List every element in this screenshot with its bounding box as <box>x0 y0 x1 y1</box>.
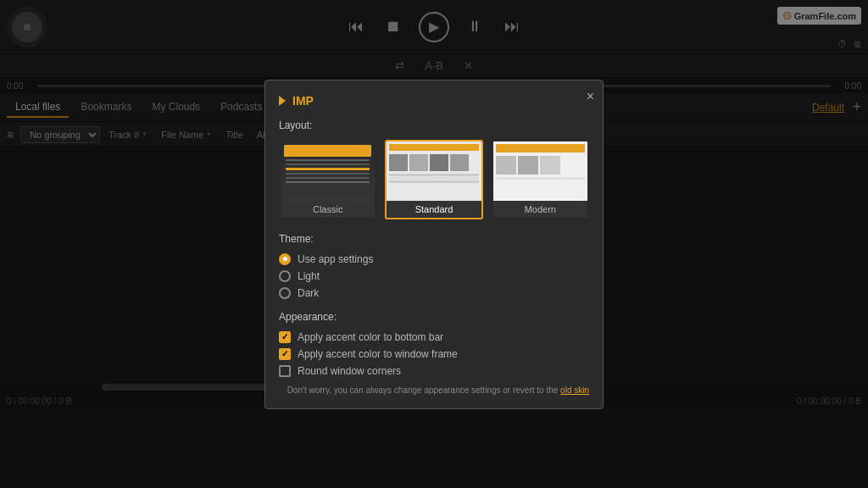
modal-footer-note: Don't worry, you can always change appea… <box>279 385 589 395</box>
modern-label: Modern <box>493 201 587 218</box>
accent-bottom-label: Apply accent color to bottom bar <box>298 331 443 343</box>
modern-preview <box>493 141 587 201</box>
theme-app-settings[interactable]: Use app settings <box>279 253 589 265</box>
theme-light-label: Light <box>298 270 320 282</box>
modal-overlay: IMP × Layout: Classic <box>0 0 868 488</box>
theme-app-label: Use app settings <box>298 253 373 265</box>
layout-standard[interactable]: Standard <box>385 140 482 219</box>
theme-dark-label: Dark <box>298 287 319 299</box>
round-corners-label: Round window corners <box>298 365 401 377</box>
aimp-logo-triangle <box>279 96 286 106</box>
theme-light-radio <box>279 270 291 282</box>
accent-frame-option[interactable]: Apply accent color to window frame <box>279 348 589 360</box>
theme-dark[interactable]: Dark <box>279 287 589 299</box>
modal-title-bar: IMP <box>279 94 589 108</box>
classic-label: Classic <box>281 201 375 218</box>
theme-dark-radio <box>279 287 291 299</box>
accent-frame-label: Apply accent color to window frame <box>298 348 458 360</box>
round-corners-checkbox <box>279 365 291 377</box>
old-skin-link[interactable]: old skin <box>560 385 589 395</box>
theme-section-label: Theme: <box>279 233 589 245</box>
layout-classic[interactable]: Classic <box>279 140 376 219</box>
theme-section: Theme: Use app settings Light Dark <box>279 233 589 299</box>
accent-frame-checkbox <box>279 348 291 360</box>
classic-preview <box>281 141 375 201</box>
appearance-modal: IMP × Layout: Classic <box>264 80 604 409</box>
layout-section-label: Layout: <box>279 119 589 131</box>
standard-label: Standard <box>387 201 481 218</box>
modal-close-button[interactable]: × <box>587 89 594 104</box>
round-corners-option[interactable]: Round window corners <box>279 365 589 377</box>
appearance-section: Appearance: Apply accent color to bottom… <box>279 311 589 377</box>
theme-light[interactable]: Light <box>279 270 589 282</box>
accent-bottom-option[interactable]: Apply accent color to bottom bar <box>279 331 589 343</box>
modal-logo-text: IMP <box>292 94 314 108</box>
layout-options: Classic Standard <box>279 140 589 219</box>
standard-preview <box>387 141 481 201</box>
appearance-section-label: Appearance: <box>279 311 589 323</box>
layout-modern[interactable]: Modern <box>492 140 589 219</box>
accent-bottom-checkbox <box>279 331 291 343</box>
theme-app-radio <box>279 253 291 265</box>
